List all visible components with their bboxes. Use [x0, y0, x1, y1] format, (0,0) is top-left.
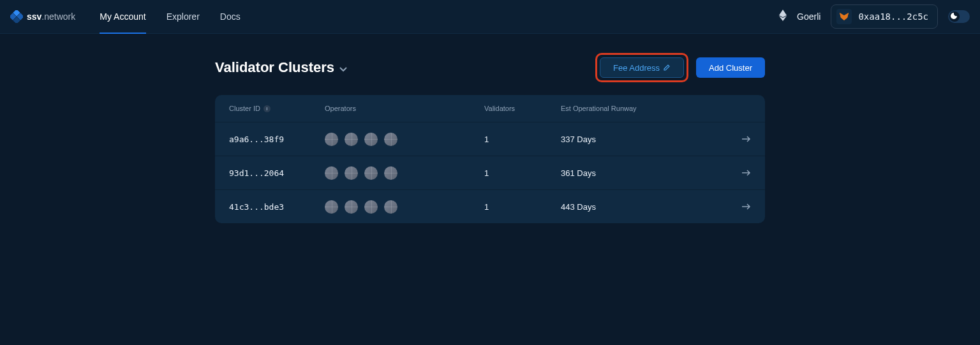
validators-cell: 1: [484, 168, 561, 178]
col-runway: Est Operational Runway: [561, 105, 688, 112]
wallet-address: 0xaa18...2c5c: [858, 11, 928, 22]
nav-my-account[interactable]: My Account: [91, 0, 154, 34]
table-header: Cluster ID i Operators Validators Est Op…: [215, 95, 765, 122]
ssv-logo-icon: [10, 10, 23, 23]
moon-icon: [951, 13, 957, 20]
col-validators: Validators: [484, 105, 561, 112]
operator-avatar-icon: [345, 200, 358, 214]
ethereum-icon: [779, 10, 787, 24]
operators-cell: [325, 166, 484, 180]
add-cluster-button[interactable]: Add Cluster: [696, 57, 765, 78]
operator-avatar-icon: [364, 133, 378, 146]
page-header: Validator Clusters Fee Address Add Clust…: [215, 53, 765, 82]
col-operators: Operators: [325, 105, 484, 112]
metamask-icon: [836, 9, 852, 24]
validators-cell: 1: [484, 135, 561, 144]
operator-avatar-icon: [384, 166, 397, 180]
chevron-down-icon: [339, 59, 347, 76]
operator-avatar-icon: [384, 200, 397, 214]
col-cluster-id: Cluster ID i: [229, 105, 325, 112]
edit-icon: [664, 63, 671, 73]
arrow-right-icon: [688, 202, 751, 212]
brand-logo[interactable]: ssv.network: [10, 10, 75, 23]
operators-cell: [325, 200, 484, 214]
brand-text: ssv.network: [27, 11, 75, 22]
operators-cell: [325, 133, 484, 146]
operator-avatar-icon: [364, 166, 378, 180]
runway-cell: 337 Days: [561, 135, 688, 144]
runway-cell: 361 Days: [561, 168, 688, 178]
arrow-right-icon: [688, 135, 751, 144]
cluster-id-cell: a9a6...38f9: [229, 135, 325, 144]
operator-avatar-icon: [345, 133, 358, 146]
top-nav-bar: ssv.network My Account Explorer Docs Goe…: [0, 0, 980, 34]
operator-avatar-icon: [345, 166, 358, 180]
operator-avatar-icon: [325, 200, 338, 214]
operator-avatar-icon: [325, 133, 338, 146]
operator-avatar-icon: [364, 200, 378, 214]
arrow-right-icon: [688, 168, 751, 178]
cluster-id-cell: 41c3...bde3: [229, 202, 325, 212]
table-row[interactable]: 41c3...bde31443 Days: [215, 189, 765, 223]
info-icon[interactable]: i: [264, 105, 271, 112]
operator-avatar-icon: [384, 133, 397, 146]
validators-cell: 1: [484, 202, 561, 212]
main-nav: My Account Explorer Docs: [91, 0, 249, 34]
fee-address-highlight: Fee Address: [595, 53, 688, 82]
fee-address-button[interactable]: Fee Address: [600, 57, 684, 78]
runway-cell: 443 Days: [561, 202, 688, 212]
nav-explorer[interactable]: Explorer: [158, 0, 209, 34]
cluster-id-cell: 93d1...2064: [229, 168, 325, 178]
network-selector[interactable]: Goerli: [797, 11, 820, 22]
clusters-table: Cluster ID i Operators Validators Est Op…: [215, 95, 765, 223]
page-title[interactable]: Validator Clusters: [215, 59, 347, 76]
operator-avatar-icon: [325, 166, 338, 180]
nav-docs[interactable]: Docs: [211, 0, 249, 34]
wallet-button[interactable]: 0xaa18...2c5c: [831, 4, 938, 29]
theme-toggle[interactable]: [948, 10, 970, 23]
table-row[interactable]: a9a6...38f91337 Days: [215, 122, 765, 156]
table-row[interactable]: 93d1...20641361 Days: [215, 156, 765, 189]
